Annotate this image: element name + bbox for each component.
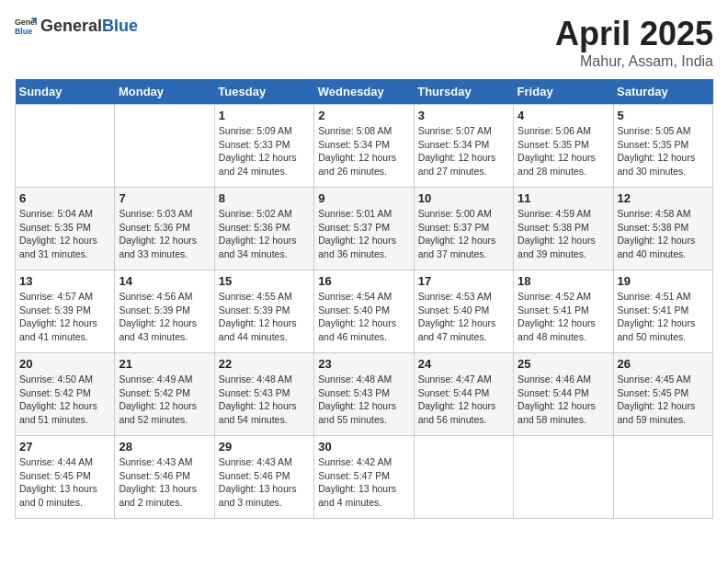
day-number: 28 — [119, 440, 210, 454]
header-tuesday: Tuesday — [214, 79, 313, 105]
calendar-cell: 27 Sunrise: 4:44 AM Sunset: 5:45 PM Dayl… — [16, 436, 115, 519]
logo-general: General — [40, 17, 102, 35]
day-info: Sunrise: 4:44 AM Sunset: 5:45 PM Dayligh… — [19, 455, 110, 510]
calendar-cell: 9 Sunrise: 5:01 AM Sunset: 5:37 PM Dayli… — [314, 188, 414, 270]
calendar-cell — [514, 436, 613, 519]
calendar-cell: 2 Sunrise: 5:08 AM Sunset: 5:34 PM Dayli… — [314, 105, 414, 188]
calendar-cell: 6 Sunrise: 5:04 AM Sunset: 5:35 PM Dayli… — [16, 188, 115, 270]
day-info: Sunrise: 4:54 AM Sunset: 5:40 PM Dayligh… — [318, 290, 409, 344]
calendar-cell — [115, 105, 214, 188]
day-info: Sunrise: 4:43 AM Sunset: 5:46 PM Dayligh… — [219, 455, 310, 510]
calendar-cell: 11 Sunrise: 4:59 AM Sunset: 5:38 PM Dayl… — [514, 188, 613, 270]
day-info: Sunrise: 4:59 AM Sunset: 5:38 PM Dayligh… — [518, 207, 609, 261]
day-number: 9 — [318, 191, 409, 205]
day-info: Sunrise: 4:56 AM Sunset: 5:39 PM Dayligh… — [119, 290, 210, 344]
calendar-cell — [613, 436, 712, 519]
day-info: Sunrise: 4:43 AM Sunset: 5:46 PM Dayligh… — [119, 455, 210, 510]
day-number: 4 — [518, 109, 609, 122]
location: Mahur, Assam, India — [555, 53, 713, 70]
header-monday: Monday — [115, 79, 214, 105]
calendar-cell: 14 Sunrise: 4:56 AM Sunset: 5:39 PM Dayl… — [115, 270, 214, 353]
svg-text:Blue: Blue — [15, 27, 32, 36]
calendar-cell: 15 Sunrise: 4:55 AM Sunset: 5:39 PM Dayl… — [214, 270, 313, 353]
day-number: 23 — [318, 357, 409, 371]
day-info: Sunrise: 4:52 AM Sunset: 5:41 PM Dayligh… — [518, 290, 609, 344]
day-number: 10 — [418, 191, 509, 205]
day-number: 22 — [219, 357, 310, 371]
day-info: Sunrise: 4:57 AM Sunset: 5:39 PM Dayligh… — [19, 290, 110, 344]
day-info: Sunrise: 4:47 AM Sunset: 5:44 PM Dayligh… — [418, 373, 509, 427]
calendar-cell: 20 Sunrise: 4:50 AM Sunset: 5:42 PM Dayl… — [16, 353, 115, 436]
calendar-cell: 28 Sunrise: 4:43 AM Sunset: 5:46 PM Dayl… — [115, 436, 214, 519]
logo: General Blue GeneralBlue — [15, 15, 138, 37]
calendar-cell — [414, 436, 513, 519]
day-number: 3 — [418, 109, 509, 122]
calendar-header: Sunday Monday Tuesday Wednesday Thursday… — [16, 79, 713, 105]
day-info: Sunrise: 5:09 AM Sunset: 5:33 PM Dayligh… — [219, 124, 310, 178]
calendar-cell — [16, 105, 115, 188]
calendar-cell: 19 Sunrise: 4:51 AM Sunset: 5:41 PM Dayl… — [613, 270, 712, 353]
day-number: 19 — [618, 274, 709, 288]
day-info: Sunrise: 5:02 AM Sunset: 5:36 PM Dayligh… — [219, 207, 310, 261]
day-number: 26 — [618, 357, 709, 371]
calendar-cell: 1 Sunrise: 5:09 AM Sunset: 5:33 PM Dayli… — [214, 105, 313, 188]
calendar-cell: 29 Sunrise: 4:43 AM Sunset: 5:46 PM Dayl… — [214, 436, 313, 519]
calendar-week-3: 13 Sunrise: 4:57 AM Sunset: 5:39 PM Dayl… — [16, 270, 713, 353]
day-number: 1 — [219, 109, 310, 122]
day-info: Sunrise: 4:49 AM Sunset: 5:42 PM Dayligh… — [119, 373, 210, 427]
day-number: 18 — [518, 274, 609, 288]
calendar-cell: 17 Sunrise: 4:53 AM Sunset: 5:40 PM Dayl… — [414, 270, 513, 353]
day-info: Sunrise: 4:55 AM Sunset: 5:39 PM Dayligh… — [219, 290, 310, 344]
day-number: 2 — [318, 109, 409, 122]
day-number: 7 — [119, 191, 210, 205]
day-number: 15 — [219, 274, 310, 288]
day-info: Sunrise: 4:50 AM Sunset: 5:42 PM Dayligh… — [19, 373, 110, 427]
day-number: 12 — [618, 191, 709, 205]
calendar-cell: 23 Sunrise: 4:48 AM Sunset: 5:43 PM Dayl… — [314, 353, 414, 436]
day-info: Sunrise: 4:48 AM Sunset: 5:43 PM Dayligh… — [318, 373, 409, 427]
calendar-cell: 3 Sunrise: 5:07 AM Sunset: 5:34 PM Dayli… — [414, 105, 513, 188]
day-number: 30 — [318, 440, 409, 454]
day-number: 16 — [318, 274, 409, 288]
day-info: Sunrise: 5:04 AM Sunset: 5:35 PM Dayligh… — [19, 207, 110, 261]
day-info: Sunrise: 4:45 AM Sunset: 5:45 PM Dayligh… — [618, 373, 709, 427]
header-thursday: Thursday — [414, 79, 513, 105]
calendar-week-2: 6 Sunrise: 5:04 AM Sunset: 5:35 PM Dayli… — [16, 188, 713, 270]
header-saturday: Saturday — [613, 79, 712, 105]
calendar-table: Sunday Monday Tuesday Wednesday Thursday… — [15, 79, 713, 519]
month-year: April 2025 — [555, 15, 713, 53]
day-info: Sunrise: 4:46 AM Sunset: 5:44 PM Dayligh… — [518, 373, 609, 427]
calendar-week-5: 27 Sunrise: 4:44 AM Sunset: 5:45 PM Dayl… — [16, 436, 713, 519]
day-number: 24 — [418, 357, 509, 371]
calendar-cell: 18 Sunrise: 4:52 AM Sunset: 5:41 PM Dayl… — [514, 270, 613, 353]
day-number: 17 — [418, 274, 509, 288]
day-number: 14 — [119, 274, 210, 288]
calendar-cell: 21 Sunrise: 4:49 AM Sunset: 5:42 PM Dayl… — [115, 353, 214, 436]
calendar-cell: 16 Sunrise: 4:54 AM Sunset: 5:40 PM Dayl… — [314, 270, 414, 353]
day-number: 8 — [219, 191, 310, 205]
calendar-cell: 24 Sunrise: 4:47 AM Sunset: 5:44 PM Dayl… — [414, 353, 513, 436]
day-info: Sunrise: 5:06 AM Sunset: 5:35 PM Dayligh… — [518, 124, 609, 178]
day-info: Sunrise: 5:07 AM Sunset: 5:34 PM Dayligh… — [418, 124, 509, 178]
calendar-cell: 7 Sunrise: 5:03 AM Sunset: 5:36 PM Dayli… — [115, 188, 214, 270]
calendar-cell: 26 Sunrise: 4:45 AM Sunset: 5:45 PM Dayl… — [613, 353, 712, 436]
day-info: Sunrise: 5:00 AM Sunset: 5:37 PM Dayligh… — [418, 207, 509, 261]
day-number: 11 — [518, 191, 609, 205]
day-number: 25 — [518, 357, 609, 371]
calendar-cell: 8 Sunrise: 5:02 AM Sunset: 5:36 PM Dayli… — [214, 188, 313, 270]
day-info: Sunrise: 5:01 AM Sunset: 5:37 PM Dayligh… — [318, 207, 409, 261]
header-friday: Friday — [514, 79, 613, 105]
calendar-cell: 22 Sunrise: 4:48 AM Sunset: 5:43 PM Dayl… — [214, 353, 313, 436]
day-info: Sunrise: 4:58 AM Sunset: 5:38 PM Dayligh… — [618, 207, 709, 261]
calendar-cell: 25 Sunrise: 4:46 AM Sunset: 5:44 PM Dayl… — [514, 353, 613, 436]
day-number: 29 — [219, 440, 310, 454]
day-number: 27 — [19, 440, 110, 454]
day-info: Sunrise: 4:53 AM Sunset: 5:40 PM Dayligh… — [418, 290, 509, 344]
day-number: 13 — [19, 274, 110, 288]
day-number: 6 — [19, 191, 110, 205]
calendar-cell: 30 Sunrise: 4:42 AM Sunset: 5:47 PM Dayl… — [314, 436, 414, 519]
logo-blue: Blue — [102, 17, 138, 35]
calendar-week-1: 1 Sunrise: 5:09 AM Sunset: 5:33 PM Dayli… — [16, 105, 713, 188]
calendar-cell: 10 Sunrise: 5:00 AM Sunset: 5:37 PM Dayl… — [414, 188, 513, 270]
day-info: Sunrise: 5:08 AM Sunset: 5:34 PM Dayligh… — [318, 124, 409, 178]
